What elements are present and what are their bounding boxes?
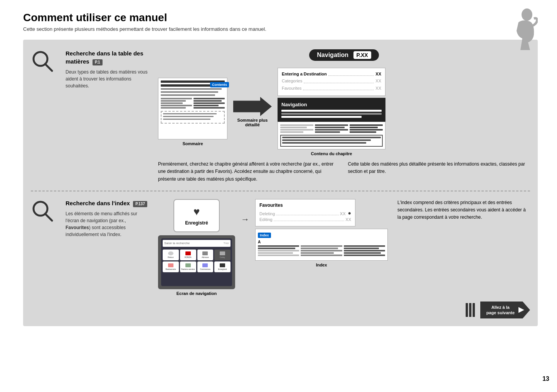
search-icon-1 [31, 49, 58, 75]
connector-arrow: → [241, 214, 249, 224]
nav-search-bar: Saisir la recherche Trier [163, 240, 231, 247]
toc-label-3: Favourites [282, 85, 301, 91]
idx-section-1 [258, 245, 385, 257]
section1-diagram: Navigation P.XX Contents [158, 49, 530, 183]
section2-text: Recherche dans l'index P.137 Les élément… [66, 199, 150, 238]
toc-page-1: XX [375, 71, 381, 77]
section1-desc: Deux types de tables des matières vous a… [66, 69, 150, 89]
index-a-label: A [258, 240, 385, 244]
next-btn-label: Allez à la page suivante [486, 305, 515, 316]
section2-badge: P.137 [133, 201, 147, 207]
fav-page-1: XX [340, 211, 346, 216]
toc-item-2: Categories XX [282, 78, 381, 84]
toc-item-3: Favourites XX [282, 85, 381, 91]
search-icon-2 [31, 199, 58, 225]
diagram-row: Contents [158, 68, 530, 156]
search-placeholder: Saisir la recherche [164, 241, 190, 245]
contenu-label: Contenu du chapitre [278, 151, 385, 156]
toc-right: Entering a Destination XX Categories XX … [278, 68, 385, 156]
silhouette-decoration [499, 8, 538, 50]
page-container: Comment utiliser ce manuel Cette section… [0, 0, 557, 392]
desc-left: Premièrement, cherchez le chapitre génér… [158, 161, 340, 183]
toc-dots-1 [328, 75, 374, 76]
index-mock: Index A [255, 229, 388, 261]
nav-screen-label: Ecran de navigation [158, 291, 235, 296]
page-header: Comment utiliser ce manuel Cette section… [23, 12, 538, 32]
fav-label-deleting: Deleting [259, 211, 275, 216]
heart-icon: ♥ [194, 206, 200, 218]
nav-icon-commerce: Commerces [197, 261, 214, 272]
svg-line-2 [45, 64, 52, 71]
section1-text: Recherche dans la table des matières P.1… [66, 49, 150, 89]
section1-badge: P.1 [93, 59, 103, 65]
index-mock-container: Index A [255, 229, 388, 267]
index-label: Index [255, 263, 388, 267]
toc-page-2: XX [375, 78, 381, 84]
bullet-dot: ● [348, 210, 351, 216]
page-number: 13 [542, 375, 549, 382]
fav-page-2: XX [345, 217, 351, 222]
nav-screen: Saisir la recherche Trier Retour [158, 235, 235, 289]
fav-label-editing: Editing [259, 217, 273, 222]
nav-icon-restaurants: Restaurants [163, 261, 179, 272]
toc-item-1: Entering a Destination XX [282, 71, 381, 77]
section1-heading: Recherche dans la table des matières P.1 [66, 49, 150, 65]
ch-section-1 [280, 124, 383, 134]
sommaire-label: Sommaire [158, 141, 227, 146]
fav-title: Favourites [259, 203, 351, 208]
index-badge: Index [258, 233, 271, 238]
pxx-badge: P.XX [353, 51, 371, 59]
dashed-divider [31, 191, 530, 191]
big-arrow: Sommaire plusdétaillé [233, 97, 272, 127]
enregistre-box: ♥ Enregistré [173, 199, 220, 232]
nav-chapter-box: Navigation [278, 98, 385, 122]
nav-icon-enreg: Enregistré [214, 261, 231, 272]
nav-icon-stations: Stations-service [180, 261, 196, 272]
arrow-body [233, 97, 272, 116]
nav-options: Trier [224, 242, 229, 245]
sommaire-mock-container: Contents [158, 78, 227, 146]
bottom-nav: Allez à la page suivante ▶ [31, 302, 530, 319]
enregistre-label: Enregistré [185, 220, 208, 226]
toc-label-1: Entering a Destination [282, 71, 327, 77]
section1-row: Recherche dans la table des matières P.1… [31, 49, 530, 183]
index-desc: L'index comprend des critères principaux… [394, 199, 530, 221]
nav-chapter-label: Navigation [281, 102, 382, 107]
nav-pill-container: Navigation P.XX [309, 49, 379, 64]
nav-icon-categ: Catég. [214, 250, 231, 260]
next-page-button[interactable]: Allez à la page suivante ▶ [480, 302, 530, 319]
nav-icon-honda: HONDA [180, 250, 196, 260]
nav-pill: Navigation P.XX [309, 49, 379, 61]
contents-badge: Contents [210, 82, 229, 87]
nav-icon-adresse: Adresse [197, 250, 214, 260]
fav-toc-inner: Favourites Deleting XX ● Editing [255, 199, 355, 226]
section2-desc: Les éléments de menu affichés sur l'écra… [66, 210, 150, 238]
desc-right: Cette table des matières plus détaillée … [348, 161, 530, 183]
nav-icon-retour: Retour [163, 250, 179, 260]
toc-dots-3 [303, 90, 374, 90]
arrow-label: Sommaire plusdétaillé [237, 118, 268, 127]
toc-page-3: XX [375, 85, 381, 91]
sommaire-page-mock: Contents [158, 78, 227, 139]
left-col-s2: ♥ Enregistré Saisir la recherche Trier [158, 199, 235, 296]
next-arrow-icon: ▶ [518, 305, 524, 314]
fav-item-editing: Editing XX [259, 217, 351, 222]
nav-screen-inner: Saisir la recherche Trier Retour [161, 238, 232, 286]
nav-icons-grid: Retour HONDA Adresse [161, 248, 232, 273]
main-content-box: Recherche dans la table des matières P.1… [23, 40, 538, 326]
svg-line-4 [45, 214, 52, 221]
fav-item-deleting: Deleting XX ● [259, 210, 351, 216]
svg-point-0 [522, 8, 532, 21]
fav-toc: Favourites Deleting XX ● Editing [255, 199, 355, 226]
stripes-decoration [466, 303, 475, 317]
section2-diagram: ♥ Enregistré Saisir la recherche Trier [158, 199, 530, 296]
page-title: Comment utiliser ce manuel [23, 12, 538, 24]
fav-dots-1 [276, 215, 338, 215]
chapter-content-box [278, 122, 385, 149]
toc-label-2: Categories [282, 78, 302, 84]
desc-row: Premièrement, cherchez le chapitre génér… [158, 161, 530, 183]
right-col-s2: Favourites Deleting XX ● Editing [255, 199, 388, 267]
toc-dots-2 [304, 83, 374, 83]
page-subtitle: Cette section présente plusieurs méthode… [23, 26, 538, 32]
nav-screen-container: Saisir la recherche Trier Retour [158, 235, 235, 296]
